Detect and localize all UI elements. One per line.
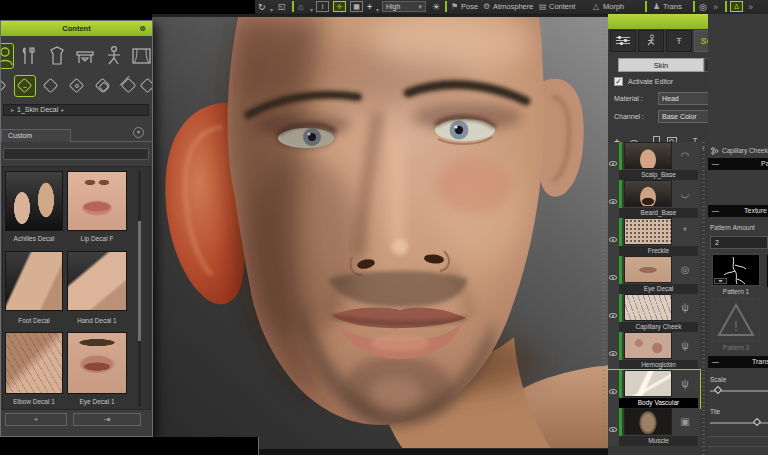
move-tool-icon[interactable]: + bbox=[367, 0, 372, 14]
morph-icon[interactable]: △ bbox=[593, 0, 599, 14]
trans-button[interactable]: Trans bbox=[663, 0, 682, 14]
layer-row-freckle[interactable]: * Freckle bbox=[608, 218, 700, 256]
layer-subpanel-splitter[interactable] bbox=[702, 142, 705, 455]
tab-attributes[interactable] bbox=[610, 30, 636, 52]
layer-row-beard-base[interactable]: ◡ Beard_Base bbox=[608, 180, 700, 218]
tile-slider-handle[interactable] bbox=[753, 418, 761, 426]
morph-button[interactable]: Morph bbox=[603, 0, 624, 14]
section-bar-pattern[interactable]: — Pattern bbox=[708, 158, 768, 170]
eye-icon[interactable] bbox=[609, 380, 617, 398]
home-dropdown-dot[interactable]: ▾ bbox=[310, 9, 313, 12]
muscle-mask-icon[interactable]: ▣ bbox=[674, 412, 696, 431]
eye-icon[interactable] bbox=[609, 190, 617, 208]
eye-category-icon[interactable] bbox=[67, 76, 87, 96]
chevrons-more-icon[interactable]: » bbox=[748, 0, 753, 14]
collapse-icon[interactable]: — bbox=[712, 205, 719, 217]
chevrons-more-icon[interactable]: » bbox=[713, 0, 718, 14]
light-icon[interactable]: ☀ bbox=[432, 0, 440, 14]
thumb-elbow-decal-1[interactable] bbox=[5, 332, 63, 394]
needle-category-icon[interactable] bbox=[119, 76, 139, 96]
pattern-3-thumbnail-disabled[interactable]: ! bbox=[712, 298, 760, 342]
filter-input[interactable] bbox=[3, 148, 149, 160]
category-stage-icon[interactable] bbox=[129, 44, 153, 68]
breadcrumb-forward-icon[interactable]: ▸ bbox=[61, 107, 64, 113]
tile-slider-track[interactable] bbox=[710, 422, 768, 424]
section-bar-texture[interactable]: — Texture bbox=[708, 205, 768, 217]
atmosphere-button[interactable]: Atmosphere bbox=[493, 0, 533, 14]
scalp-mask-icon[interactable]: ◠ bbox=[674, 146, 696, 165]
pattern-1-thumbnail[interactable]: ◂▸ bbox=[712, 254, 760, 286]
eye-icon[interactable] bbox=[609, 266, 617, 284]
category-pose-icon[interactable] bbox=[101, 44, 125, 68]
thumb-foot-decal[interactable] bbox=[5, 251, 63, 311]
skin-category-icon[interactable] bbox=[0, 76, 9, 96]
camera-view-icon[interactable]: i bbox=[316, 1, 329, 12]
tab-transform[interactable]: Ŧ bbox=[666, 30, 692, 52]
scale-slider-handle[interactable] bbox=[714, 386, 722, 394]
thumb-hand-decal-1[interactable] bbox=[67, 251, 127, 311]
category-cloth-icon[interactable] bbox=[45, 44, 69, 68]
layer-row-scalp-base[interactable]: ◠ Scalp_Base bbox=[608, 142, 700, 180]
skin-decal-category-icon[interactable] bbox=[15, 76, 35, 96]
quality-select[interactable]: High▾ bbox=[382, 1, 426, 12]
collapse-icon[interactable]: — bbox=[712, 356, 719, 368]
eye-icon[interactable] bbox=[609, 304, 617, 322]
move-dropdown-dot[interactable]: ▾ bbox=[376, 9, 379, 12]
eye-icon[interactable] bbox=[609, 418, 617, 436]
beard-mask-icon[interactable]: ◡ bbox=[674, 184, 696, 203]
activate-editor-checkbox[interactable]: ✓ bbox=[614, 77, 623, 86]
pose-button[interactable]: Pose bbox=[461, 0, 478, 14]
add-content-button[interactable]: + bbox=[5, 413, 67, 426]
tab-motion[interactable] bbox=[638, 30, 664, 52]
layer-row-eye-decal[interactable]: ◎ Eye Decal bbox=[608, 256, 700, 294]
vascular-mask-icon[interactable]: ψ bbox=[674, 374, 696, 393]
breadcrumb[interactable]: ▸1_Skin Decal▸ bbox=[3, 104, 149, 116]
render-icon[interactable]: ◎ bbox=[699, 0, 707, 14]
eye-icon[interactable] bbox=[609, 152, 617, 170]
pivot-grid-icon[interactable]: ✛ bbox=[333, 1, 346, 12]
section-bar-transform[interactable]: — Transform bbox=[708, 356, 768, 368]
category-tools-icon[interactable] bbox=[17, 44, 41, 68]
scale-slider-track[interactable] bbox=[710, 390, 768, 392]
tab-skin-selected[interactable]: Skin bbox=[618, 58, 704, 72]
layer-row-hemoglobin[interactable]: ψ Hemoglobin bbox=[608, 332, 700, 370]
layer-row-capillary-cheek[interactable]: ψ Capillary Cheek bbox=[608, 294, 700, 332]
content-icon[interactable]: ▤ bbox=[539, 0, 547, 14]
refresh-category-icon[interactable] bbox=[138, 76, 153, 96]
category-character-icon[interactable] bbox=[0, 44, 13, 68]
close-icon[interactable]: ⊗ bbox=[138, 24, 147, 33]
eye-mask-icon[interactable]: ◎ bbox=[674, 260, 696, 279]
content-panel-header[interactable]: Content ⊗ bbox=[1, 21, 152, 36]
undo-icon[interactable]: ↻ bbox=[258, 0, 266, 14]
freckle-mask-icon[interactable]: * bbox=[674, 222, 696, 241]
category-furniture-icon[interactable] bbox=[73, 44, 97, 68]
thumb-lip-decal-f[interactable] bbox=[67, 171, 127, 231]
thumb-eye-decal-1[interactable] bbox=[67, 332, 127, 394]
grid-scrollbar-thumb[interactable] bbox=[138, 221, 141, 341]
plugin-flask-icon[interactable]: Δ bbox=[730, 1, 743, 12]
panel-splitter[interactable] bbox=[602, 14, 605, 450]
content-button[interactable]: Content bbox=[549, 0, 575, 14]
layer-row-body-vascular-selected[interactable]: ψ Body Vascular bbox=[608, 370, 700, 408]
skin-base-category-icon[interactable] bbox=[41, 76, 61, 96]
breadcrumb-back-icon[interactable]: ▸ bbox=[11, 107, 14, 113]
viewport-3d[interactable] bbox=[152, 14, 612, 450]
pattern-amount-input[interactable]: 2 bbox=[710, 236, 768, 249]
undo-dropdown-dot[interactable]: ▾ bbox=[270, 9, 273, 12]
apply-content-button[interactable]: ⇥ bbox=[73, 413, 141, 426]
thumb-achilles-decal[interactable] bbox=[5, 171, 63, 231]
layer-row-muscle[interactable]: ▣ Muscle bbox=[608, 408, 700, 446]
pose-icon[interactable]: ⚑ bbox=[451, 0, 458, 14]
trans-icon[interactable]: ♟ bbox=[653, 0, 660, 14]
hemoglobin-mask-icon[interactable]: ψ bbox=[674, 336, 696, 355]
capillary-mask-icon[interactable]: ψ bbox=[674, 298, 696, 317]
layers-category-icon[interactable] bbox=[93, 76, 113, 96]
eye-icon[interactable] bbox=[609, 342, 617, 360]
expand-icon[interactable]: ◱ bbox=[278, 0, 286, 14]
pattern-nav-arrows[interactable]: ◂▸ bbox=[714, 278, 727, 284]
eye-icon[interactable] bbox=[609, 228, 617, 246]
snap-box-icon[interactable]: ▦ bbox=[350, 1, 363, 12]
atmosphere-icon[interactable]: ⚙ bbox=[483, 0, 490, 14]
collapse-icon[interactable]: — bbox=[712, 158, 719, 170]
collapse-circle-icon[interactable]: ▾ bbox=[133, 127, 144, 138]
